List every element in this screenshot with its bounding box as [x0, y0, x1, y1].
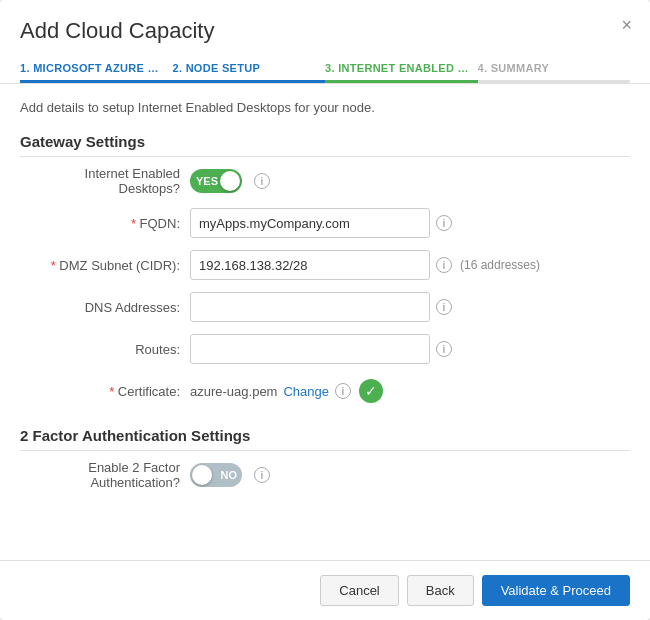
- certificate-row: Certificate: azure-uag.pem Change i ✓: [20, 375, 630, 407]
- gateway-settings-section: Gateway Settings Internet Enabled Deskto…: [20, 133, 630, 407]
- fqdn-input[interactable]: [190, 208, 430, 238]
- back-button[interactable]: Back: [407, 575, 474, 606]
- step-4[interactable]: 4. SUMMARY: [478, 54, 631, 83]
- validate-proceed-button[interactable]: Validate & Proceed: [482, 575, 630, 606]
- internet-enabled-label: Internet Enabled Desktops?: [20, 166, 190, 196]
- dns-input[interactable]: [190, 292, 430, 322]
- routes-input[interactable]: [190, 334, 430, 364]
- internet-enabled-info-icon[interactable]: i: [254, 173, 270, 189]
- close-button[interactable]: ×: [621, 16, 632, 34]
- enable-2fa-row: Enable 2 Factor Authentication? NO i: [20, 459, 630, 491]
- enable-2fa-label: Enable 2 Factor Authentication?: [20, 460, 190, 490]
- dmz-row: DMZ Subnet (CIDR): i (16 addresses): [20, 249, 630, 281]
- auth-section-title: 2 Factor Authentication Settings: [20, 427, 630, 451]
- cancel-button[interactable]: Cancel: [320, 575, 398, 606]
- internet-enabled-toggle-label: YES: [196, 175, 218, 187]
- enable-2fa-toggle[interactable]: NO: [190, 463, 242, 487]
- auth-section: 2 Factor Authentication Settings Enable …: [20, 427, 630, 491]
- fqdn-info-icon[interactable]: i: [436, 215, 452, 231]
- internet-enabled-toggle[interactable]: YES: [190, 169, 242, 193]
- modal-header: Add Cloud Capacity ×: [0, 0, 650, 54]
- gateway-section-title: Gateway Settings: [20, 133, 630, 157]
- stepper: 1. MICROSOFT AZURE SUBSCR... 2. NODE SET…: [0, 54, 650, 84]
- toggle-knob-2fa: [192, 465, 212, 485]
- toggle-knob: [220, 171, 240, 191]
- routes-row: Routes: i: [20, 333, 630, 365]
- routes-info-icon[interactable]: i: [436, 341, 452, 357]
- modal-body: Add details to setup Internet Enabled De…: [0, 84, 650, 560]
- dns-row: DNS Addresses: i: [20, 291, 630, 323]
- certificate-info-icon[interactable]: i: [335, 383, 351, 399]
- dmz-addresses-hint: (16 addresses): [460, 258, 540, 272]
- routes-label: Routes:: [20, 342, 190, 357]
- fqdn-row: FQDN: i: [20, 207, 630, 239]
- fqdn-label: FQDN:: [20, 216, 190, 231]
- modal-title: Add Cloud Capacity: [20, 18, 630, 44]
- dmz-info-icon[interactable]: i: [436, 257, 452, 273]
- step-1[interactable]: 1. MICROSOFT AZURE SUBSCR...: [20, 54, 173, 83]
- internet-enabled-toggle-wrap: YES i: [190, 169, 270, 193]
- enable-2fa-toggle-wrap: NO i: [190, 463, 270, 487]
- enable-2fa-info-icon[interactable]: i: [254, 467, 270, 483]
- certificate-filename: azure-uag.pem: [190, 384, 277, 399]
- enable-2fa-toggle-label: NO: [221, 469, 238, 481]
- dmz-input[interactable]: [190, 250, 430, 280]
- step-2[interactable]: 2. NODE SETUP: [173, 54, 326, 83]
- dns-label: DNS Addresses:: [20, 300, 190, 315]
- modal-footer: Cancel Back Validate & Proceed: [0, 560, 650, 620]
- dns-info-icon[interactable]: i: [436, 299, 452, 315]
- add-cloud-capacity-modal: Add Cloud Capacity × 1. MICROSOFT AZURE …: [0, 0, 650, 620]
- certificate-label: Certificate:: [20, 384, 190, 399]
- internet-enabled-row: Internet Enabled Desktops? YES i: [20, 165, 630, 197]
- certificate-valid-icon: ✓: [359, 379, 383, 403]
- step-3[interactable]: 3. INTERNET ENABLED DESKT...: [325, 54, 478, 83]
- dmz-label: DMZ Subnet (CIDR):: [20, 258, 190, 273]
- certificate-change-link[interactable]: Change: [283, 384, 329, 399]
- page-description: Add details to setup Internet Enabled De…: [20, 100, 630, 115]
